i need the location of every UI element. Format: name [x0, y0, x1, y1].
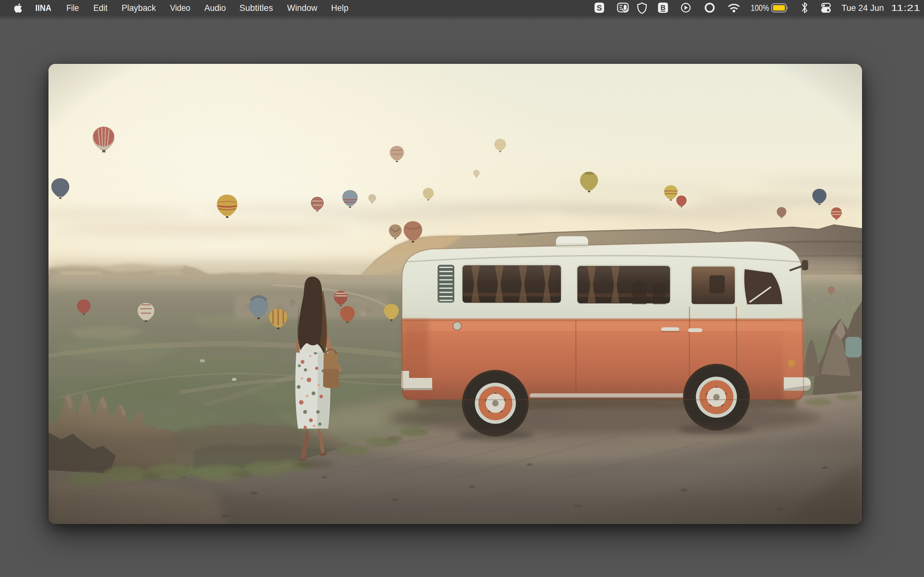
svg-text:Playback: Playback — [121, 3, 156, 13]
svg-text:Help: Help — [331, 3, 349, 13]
svg-text:File: File — [66, 3, 79, 13]
svg-text:100%: 100% — [751, 3, 769, 13]
svg-text:Tue 24 Jun: Tue 24 Jun — [842, 3, 884, 13]
svg-text:11:21: 11:21 — [891, 3, 920, 13]
svg-text:Window: Window — [287, 3, 318, 13]
svg-text:IINA: IINA — [35, 3, 51, 13]
svg-text:Subtitles: Subtitles — [239, 3, 273, 13]
svg-text:Video: Video — [170, 3, 190, 13]
svg-text:B: B — [661, 3, 666, 11]
svg-text:Edit: Edit — [94, 3, 107, 13]
svg-text:S: S — [597, 3, 602, 12]
svg-text:Audio: Audio — [204, 3, 226, 13]
